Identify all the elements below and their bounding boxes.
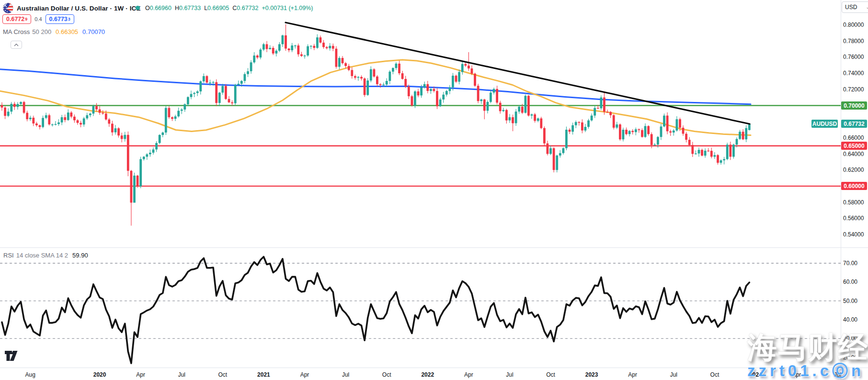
ma200-value: 0.70070 bbox=[82, 28, 105, 35]
buy-button[interactable]: 0.67733 bbox=[46, 14, 74, 24]
ma-cross-legend[interactable]: MA Cross50 2000.663050.70070 bbox=[3, 28, 105, 35]
ohlc-readout: O0.66960H0.67733L0.66905C0.67732+0.00731… bbox=[145, 5, 313, 11]
rsi-tick-label: 50.00 bbox=[843, 298, 857, 304]
bid-price-sup: 9 bbox=[25, 17, 27, 22]
close-value: 0.67732 bbox=[237, 5, 258, 11]
open-value: 0.66960 bbox=[150, 5, 171, 11]
time-axis-label: Apr bbox=[464, 371, 473, 378]
rsi-legend[interactable]: RSI14 close SMA 14 259.90 bbox=[3, 252, 88, 259]
high-value: 0.67733 bbox=[179, 5, 201, 11]
price-tick-label: 0.62000 bbox=[843, 167, 864, 173]
rsi-line bbox=[2, 257, 749, 364]
time-axis-label: Jul bbox=[670, 371, 677, 378]
candles-layer[interactable] bbox=[1, 24, 751, 226]
time-axis-label: Oct bbox=[382, 371, 391, 378]
rsi-tick-label: 60.00 bbox=[843, 279, 857, 285]
last-price-badge: 0.67732 bbox=[841, 120, 867, 128]
ma-cross-name: MA Cross bbox=[3, 28, 30, 35]
time-axis-label: Oct bbox=[546, 371, 555, 378]
rsi-pane[interactable] bbox=[0, 257, 841, 364]
rsi-name: RSI bbox=[3, 252, 14, 259]
time-axis-label: 2022 bbox=[421, 371, 434, 378]
horizontal-level-lines[interactable] bbox=[0, 105, 841, 186]
time-axis-label: 2020 bbox=[93, 371, 106, 378]
price-tick-label: 0.64000 bbox=[843, 151, 864, 157]
close-label: C bbox=[232, 5, 237, 11]
url-watermark: zzrt01.cⓞn bbox=[747, 360, 864, 380]
low-value: 0.66905 bbox=[207, 5, 229, 11]
rsi-value: 59.90 bbox=[72, 252, 88, 259]
trading-chart-app: Australian Dollar / U.S. Dollar · 1W · I… bbox=[0, 0, 868, 380]
market-status-icon[interactable] bbox=[136, 6, 140, 10]
open-label: O bbox=[145, 5, 150, 11]
price-tick-label: 0.74000 bbox=[843, 70, 864, 77]
price-tick-label: 0.66000 bbox=[843, 134, 864, 141]
chart-canvas[interactable] bbox=[0, 0, 868, 380]
currency-unit-button[interactable]: USD ⌄ bbox=[842, 1, 868, 13]
collapse-legend-button[interactable] bbox=[11, 41, 22, 49]
currency-unit-label: USD bbox=[845, 4, 857, 11]
symbol-legend-row[interactable]: Australian Dollar / U.S. Dollar · 1W · I… bbox=[3, 3, 141, 13]
symbol-tag-badge: AUDUSD bbox=[811, 120, 838, 128]
price-tick-label: 0.54000 bbox=[843, 231, 864, 238]
time-axis-label: Oct bbox=[710, 371, 720, 378]
chevron-up-icon bbox=[14, 44, 19, 46]
time-axis-label: Jul bbox=[178, 371, 185, 378]
price-tick-label: 0.58000 bbox=[843, 199, 864, 206]
time-axis-label: Apr bbox=[628, 371, 637, 378]
time-axis-label: 2023 bbox=[585, 371, 598, 378]
descending-trendline[interactable] bbox=[286, 22, 750, 124]
price-level-badge-red-065: 0.65000 bbox=[841, 142, 867, 150]
main-pane[interactable] bbox=[0, 22, 841, 225]
time-axis-label: Apr bbox=[300, 371, 309, 378]
chevron-down-icon: ⌄ bbox=[866, 5, 868, 10]
symbol-flag-icon bbox=[3, 3, 13, 13]
rsi-params: 14 close SMA 14 2 bbox=[16, 252, 68, 259]
change-value: +0.00731 (+1.09%) bbox=[262, 5, 313, 11]
time-axis-label: Aug bbox=[25, 371, 35, 378]
spread-value: 0.4 bbox=[34, 16, 42, 22]
rsi-tick-label: 70.00 bbox=[843, 260, 857, 267]
price-tick-label: 0.76000 bbox=[843, 54, 864, 60]
symbol-title[interactable]: Australian Dollar / U.S. Dollar · 1W · I… bbox=[17, 5, 141, 12]
bid-ask-row: 0.67729 0.4 0.67733 bbox=[2, 14, 74, 24]
price-tick-label: 0.72000 bbox=[843, 86, 864, 93]
price-tick-label: 0.78000 bbox=[843, 38, 864, 45]
time-axis-label: Oct bbox=[218, 371, 227, 378]
ma-cross-params: 50 200 bbox=[32, 28, 51, 35]
price-tick-label: 0.56000 bbox=[843, 215, 864, 222]
bid-price: 0.6772 bbox=[6, 16, 24, 22]
time-axis-label: Apr bbox=[136, 371, 145, 378]
price-level-badge-red-060: 0.60000 bbox=[841, 182, 867, 190]
price-tick-label: 0.80000 bbox=[843, 22, 864, 28]
rsi-tick-label: 40.00 bbox=[843, 316, 857, 323]
time-axis-label: Jul bbox=[342, 371, 349, 378]
price-level-badge-green: 0.70000 bbox=[841, 101, 867, 110]
ask-price-sup: 3 bbox=[68, 17, 70, 22]
time-axis-label: Jul bbox=[506, 371, 513, 378]
time-axis-label: 2021 bbox=[257, 371, 270, 378]
ma50-value: 0.66305 bbox=[56, 28, 78, 35]
high-label: H bbox=[175, 5, 179, 11]
ask-price: 0.6773 bbox=[49, 16, 68, 22]
sell-button[interactable]: 0.67729 bbox=[2, 14, 31, 24]
tradingview-logo[interactable] bbox=[5, 351, 20, 363]
